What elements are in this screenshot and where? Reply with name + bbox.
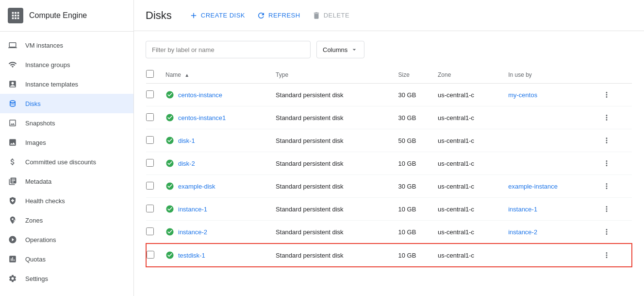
row-6-size: 10 GB (398, 221, 438, 244)
sidebar-item-health-checks[interactable]: Health checks (0, 191, 133, 210)
refresh-button[interactable]: REFRESH (251, 7, 306, 24)
sidebar-item-quotas[interactable]: Quotas (0, 249, 133, 269)
sidebar-item-metadata[interactable]: Metadata (0, 172, 133, 191)
vm-icon (8, 40, 17, 50)
sidebar-label-settings: Settings (25, 275, 48, 282)
row-3-more-button[interactable] (600, 157, 613, 170)
row-0-checkbox[interactable] (146, 90, 154, 98)
create-disk-label: CREATE DISK (201, 12, 245, 19)
sidebar-item-committed-use-discounts[interactable]: Committed use discounts (0, 152, 133, 172)
delete-button[interactable]: DELETE (306, 7, 356, 24)
add-icon (189, 11, 198, 20)
row-6-zone: us-central1-c (438, 221, 508, 244)
row-6-in-use-by-link[interactable]: instance-2 (508, 228, 537, 236)
row-4-in-use-by: example-instance (508, 175, 600, 198)
select-all-checkbox[interactable] (146, 70, 154, 78)
row-0-more-button[interactable] (600, 88, 613, 101)
filter-input[interactable] (146, 41, 311, 58)
sidebar-item-instance-templates[interactable]: Instance templates (0, 74, 133, 94)
row-6-type: Standard persistent disk (276, 221, 398, 244)
col-name[interactable]: Name ▲ (165, 66, 276, 84)
sidebar-label-instance-templates: Instance templates (25, 81, 78, 88)
more-vert-icon (602, 182, 611, 191)
row-3-name-link[interactable]: disk-2 (178, 160, 195, 167)
row-2-more-button[interactable] (600, 134, 613, 147)
row-4-checkbox-cell (146, 175, 165, 198)
sidebar-item-instance-groups[interactable]: Instance groups (0, 55, 133, 74)
sidebar-label-operations: Operations (25, 236, 56, 244)
more-vert-icon (602, 205, 611, 213)
sidebar-item-disks[interactable]: Disks (0, 94, 133, 113)
more-vert-icon (602, 227, 611, 236)
row-5-more-button[interactable] (600, 203, 613, 215)
row-7-actions-cell (600, 244, 632, 267)
col-zone: Zone (438, 66, 508, 84)
row-1-name-cell: centos-instance1 (165, 106, 276, 129)
row-1-more-button[interactable] (600, 111, 613, 124)
row-2-size: 50 GB (398, 129, 438, 152)
sidebar-item-images[interactable]: Images (0, 133, 133, 152)
more-vert-icon (602, 159, 611, 168)
row-0-name-link[interactable]: centos-instance (178, 91, 222, 99)
sidebar-item-settings[interactable]: Settings (0, 269, 133, 288)
row-5-type: Standard persistent disk (276, 198, 398, 221)
row-3-actions-cell (600, 152, 632, 175)
health-icon (8, 196, 17, 206)
more-vert-icon (602, 136, 611, 145)
sidebar-item-zones[interactable]: Zones (0, 210, 133, 230)
row-4-name-link[interactable]: example-disk (178, 183, 215, 190)
row-2-checkbox[interactable] (146, 136, 154, 144)
sidebar: Compute Engine VM instancesInstance grou… (0, 0, 134, 296)
table-row: centos-instance1Standard persistent disk… (146, 106, 632, 129)
sidebar-item-snapshots[interactable]: Snapshots (0, 113, 133, 133)
columns-button[interactable]: Columns (316, 41, 364, 58)
row-5-in-use-by-link[interactable]: instance-1 (508, 206, 537, 213)
sidebar-item-vm-instances[interactable]: VM instances (0, 35, 133, 55)
columns-label: Columns (323, 46, 347, 53)
row-0-zone: us-central1-c (438, 84, 508, 106)
page-title: Disks (146, 9, 172, 22)
table-header: Name ▲ Type Size Zone In use by (146, 66, 632, 84)
row-4-checkbox[interactable] (146, 182, 154, 190)
row-2-type: Standard persistent disk (276, 129, 398, 152)
row-5-name-link[interactable]: instance-1 (178, 206, 207, 213)
templates-svg (8, 80, 17, 88)
table-row: example-diskStandard persistent disk30 G… (146, 175, 632, 198)
delete-icon (312, 11, 321, 20)
vm-svg (8, 41, 17, 50)
row-5-checkbox[interactable] (146, 205, 154, 212)
disk-table: Name ▲ Type Size Zone In use by centos-i… (146, 66, 632, 267)
create-disk-button[interactable]: CREATE DISK (183, 7, 251, 24)
sidebar-label-health-checks: Health checks (25, 197, 65, 205)
row-6-checkbox-cell (146, 221, 165, 244)
row-4-in-use-by-link[interactable]: example-instance (508, 183, 558, 190)
row-1-checkbox[interactable] (146, 113, 154, 121)
row-7-name-link[interactable]: testdisk-1 (178, 252, 205, 259)
delete-label: DELETE (324, 12, 350, 19)
sidebar-item-operations[interactable]: Operations (0, 230, 133, 249)
row-7-size: 10 GB (398, 244, 438, 267)
row-4-more-button[interactable] (600, 180, 613, 192)
row-6-more-button[interactable] (600, 226, 613, 238)
row-5-in-use-by: instance-1 (508, 198, 600, 221)
row-2-name-cell: disk-1 (165, 129, 276, 152)
row-3-type: Standard persistent disk (276, 152, 398, 175)
row-5-zone: us-central1-c (438, 198, 508, 221)
row-3-zone: us-central1-c (438, 152, 508, 175)
row-3-checkbox-cell (146, 152, 165, 175)
table-row: testdisk-1Standard persistent disk10 GBu… (146, 244, 632, 267)
row-1-actions-cell (600, 106, 632, 129)
row-2-name-link[interactable]: disk-1 (178, 137, 195, 144)
row-6-name-link[interactable]: instance-2 (178, 228, 207, 236)
row-7-more-button[interactable] (600, 249, 613, 261)
refresh-label: REFRESH (268, 12, 300, 19)
status-ok-icon (165, 113, 174, 122)
sidebar-label-vm-instances: VM instances (25, 42, 63, 49)
row-3-in-use-by (508, 152, 600, 175)
row-1-name-link[interactable]: centos-instance1 (178, 114, 226, 122)
row-6-checkbox[interactable] (146, 227, 154, 235)
row-3-checkbox[interactable] (146, 159, 154, 167)
images-svg (8, 138, 17, 147)
row-7-checkbox[interactable] (147, 251, 154, 259)
row-0-in-use-by-link[interactable]: my-centos (508, 91, 537, 99)
